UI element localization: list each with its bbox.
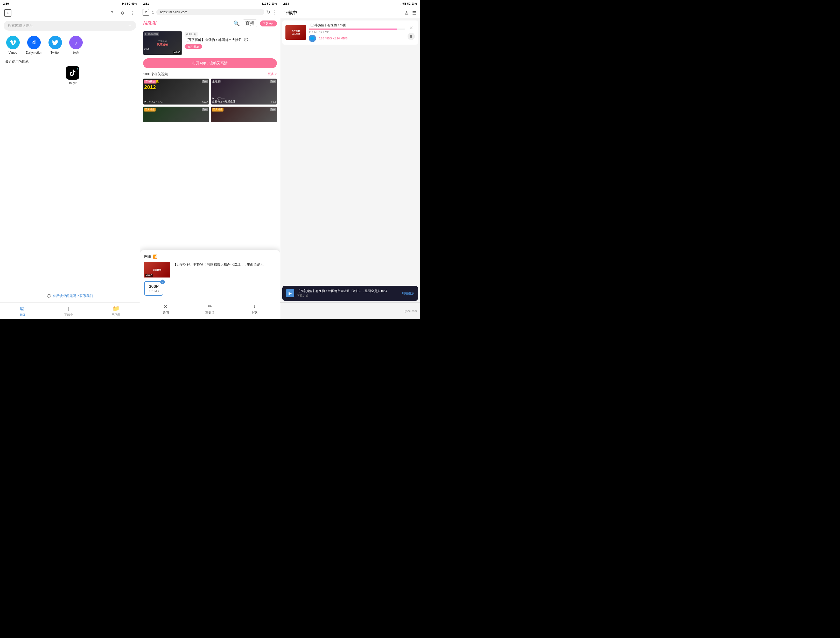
overlay-rename-btn[interactable]: ✏ 重命名 <box>205 303 215 315</box>
more-button[interactable]: ⋮ <box>130 10 136 16</box>
signal-icon-p1: 349 <box>122 2 126 5</box>
network-label: 网络 📶 <box>144 254 276 259</box>
shortcut-twitter[interactable]: Twitter <box>47 36 63 55</box>
tab-count-p1[interactable]: 1 <box>4 9 11 17</box>
related-row-2: App 官方播放 App 官方播放 <box>140 107 280 122</box>
video-duration: 48:03 <box>173 51 181 54</box>
play-now-btn[interactable]: 立即播放 <box>185 44 276 49</box>
battery-p3: 93% <box>412 2 417 5</box>
nav-downloaded-label: 已下载 <box>112 313 120 317</box>
status-time-p1: 2:30 <box>3 2 9 5</box>
nav-downloaded[interactable]: 📁 已下载 <box>112 305 120 317</box>
overlay-duration: 48:02 <box>145 274 153 277</box>
nav-window[interactable]: ⧉ 窗口 <box>19 305 25 317</box>
overlay-video-thumb: 汉江怪物 48:02 <box>144 262 170 277</box>
overlay-download-btn[interactable]: ↓ 下载 <box>251 303 257 315</box>
tab-count-p2[interactable]: 2 <box>142 9 149 16</box>
browser-more-icon[interactable]: ⋮ <box>272 9 278 15</box>
close-circle-icon: ⊗ <box>163 303 168 309</box>
related-duration-0: 30:47 <box>202 101 208 103</box>
download-size: 111 MB/121 MB <box>309 31 329 34</box>
warning-icon[interactable]: ⚠ <box>404 10 409 16</box>
status-icons-p3: ↓ 458 5G 93% <box>399 2 417 5</box>
settings-button[interactable]: ⚙ <box>120 10 125 16</box>
douyin-icon: ♪ <box>66 66 79 80</box>
status-bar-p3: 2:33 ↓ 458 5G 93% <box>280 0 420 7</box>
quality-selector: ✓ 360P 121 MB <box>144 281 276 296</box>
status-time-p3: 2:33 <box>283 2 289 5</box>
overlay-video-info: 汉江怪物 48:02 【万字拆解】有怪物！韩国都市大猎杀《汉江...，里面全是人 <box>144 262 276 277</box>
download-close-btn[interactable]: ✕ <box>409 25 413 31</box>
window-icon: ⧉ <box>20 305 24 312</box>
download-progress-bar <box>309 28 405 30</box>
related-card-1[interactable]: 金瓶梅 App 金瓶梅之韩版潘金莲 ▶ 2.4万 ≡ – 2:06 <box>211 79 277 104</box>
more-vertical-icon: ⋮ <box>131 11 135 16</box>
search-placeholder: 搜索或输入网址 <box>8 23 33 28</box>
toolbar-p1: 1 ? ⚙ ⋮ <box>0 7 140 19</box>
download-globe-btn[interactable]: 🌐 <box>309 35 316 42</box>
dl-thumb-inner: 万字拆解汉江怪物 <box>286 25 306 40</box>
nav-downloading-label: 下载中 <box>64 313 73 317</box>
overlay-close-btn[interactable]: ⊗ 关闭 <box>163 303 169 315</box>
recent-sites-list: ♪ Douyin <box>0 66 140 85</box>
related-card-0[interactable]: 万字拆解2012 官方播放 App ▶ 144.4万 ≡ 1.4万 30:47 <box>143 79 209 104</box>
download-item-0: 万字拆解汉江怪物 【万字拆解】有怪物！韩国... 111 MB/121 MB 🌐… <box>282 21 418 44</box>
home-icon[interactable]: ⌂ <box>152 9 154 15</box>
feedback-link[interactable]: 💬 有反馈或问题吗？联系我们 <box>0 294 140 298</box>
help-icon: ? <box>111 11 113 15</box>
network-type-p1: 5G <box>127 2 130 5</box>
related-partial-1[interactable]: App 官方播放 <box>211 107 277 122</box>
main-video-thumb[interactable]: 万字拆解 汉江怪物 ▶ 23.9万播放 48:03 2628 <box>143 32 182 55</box>
p3-title: 下载中 <box>284 10 297 16</box>
bilibili-live-btn[interactable]: 直播 <box>243 19 257 27</box>
chat-icon: 💬 <box>47 294 51 298</box>
download-icon: ↓ <box>253 303 256 309</box>
shortcut-vimeo[interactable]: Vimeo <box>5 36 21 55</box>
nav-downloading[interactable]: ↓ 下载中 <box>64 305 73 317</box>
status-bar-p1: 2:30 349 5G 93% <box>0 0 140 7</box>
recent-sites-label: 最近使用的网站 <box>0 59 140 66</box>
video-title: 【万字拆解】有怪物！韩国都市大猎杀《汉... <box>185 38 276 42</box>
ringtone-icon: ♪ <box>69 36 83 49</box>
download-notification: ▶ 【万字拆解】有怪物！韩国都市大猎杀《汉江...，里面全是人.mp4 下载完成… <box>282 286 418 301</box>
list-icon[interactable]: ☰ <box>412 10 416 16</box>
more-link[interactable]: 更多 > <box>268 72 276 76</box>
related-partial-0[interactable]: App 官方播放 <box>143 107 209 122</box>
overlay-title: 【万字拆解】有怪物！韩国都市大猎杀《汉江...，里面全是人 <box>173 262 264 277</box>
help-button[interactable]: ? <box>109 10 115 16</box>
shortcut-ringtone[interactable]: ♪ 铃声 <box>68 36 84 55</box>
downloading-icon: ↓ <box>67 305 70 312</box>
twitter-label: Twitter <box>51 51 60 54</box>
network-text: 网络 <box>144 254 152 259</box>
related-duration-1: 2:06 <box>271 101 276 103</box>
notif-action-btn[interactable]: 现在播放 <box>402 291 414 296</box>
open-app-button[interactable]: 打开App，流畅又高清 <box>143 59 276 68</box>
vimeo-label: Vimeo <box>9 51 17 54</box>
nav-window-label: 窗口 <box>19 313 25 317</box>
download-pause-btn[interactable]: ⏸ <box>407 33 415 40</box>
shortcut-douyin[interactable]: ♪ Douyin <box>65 66 81 85</box>
notif-app-icon: ▶ <box>286 289 294 297</box>
search-bar[interactable]: 搜索或输入网址 ← <box>4 21 136 31</box>
bilibili-search-icon[interactable]: 🔍 <box>233 20 240 27</box>
network-type-p2: 5G <box>267 2 270 5</box>
shortcut-dailymotion[interactable]: d Dailymotion <box>26 36 42 55</box>
related-sub-title-1: 金瓶梅之韩版潘金莲 <box>212 100 276 103</box>
vimeo-icon <box>6 36 20 49</box>
signal-p2: 510 <box>262 2 266 5</box>
panel-windows: 2:30 349 5G 93% 1 ? ⚙ ⋮ 搜索或输入网址 ← <box>0 0 140 319</box>
bilibili-download-app-btn[interactable]: 下载 App <box>260 21 277 27</box>
p3-bottom-nav: rjshe.com <box>280 302 420 319</box>
video-views-bottom: 2628 <box>144 47 149 50</box>
bilibili-header-icons: 🔍 直播 下载 App <box>233 19 277 27</box>
url-bar[interactable]: https://m.bilibili.com <box>156 9 264 15</box>
related-stamp-2: 官方播放 <box>144 108 156 111</box>
quality-360p-btn[interactable]: ✓ 360P 121 MB <box>144 281 163 296</box>
feedback-text[interactable]: 有反馈或问题吗？联系我们 <box>53 294 93 298</box>
download-speed: 5.68 MB/S +2.90 MB/S <box>319 37 348 40</box>
refresh-icon[interactable]: ↻ <box>266 9 270 15</box>
network-type-p3: 5G <box>407 2 411 5</box>
wifi-off-icon: 📶 <box>153 255 157 258</box>
play-badge: 迷影区间 <box>185 32 197 36</box>
dl-thumb-text: 万字拆解汉江怪物 <box>292 30 300 35</box>
